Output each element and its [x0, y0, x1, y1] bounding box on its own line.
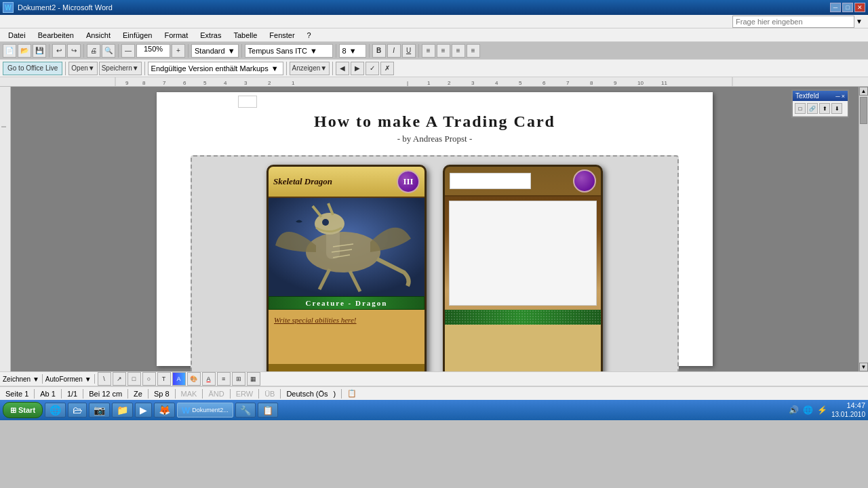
align-right-button[interactable]: ≡: [452, 44, 465, 58]
redo-button[interactable]: ↪: [67, 44, 81, 58]
textfeld-minimize[interactable]: ─: [835, 93, 840, 100]
go-to-office-live-button[interactable]: Go to Office Live: [3, 62, 62, 75]
track-prev-button[interactable]: ◀: [336, 62, 349, 75]
zoom-input[interactable]: 150%: [136, 44, 170, 58]
maximize-button[interactable]: □: [842, 3, 853, 12]
svg-text:6: 6: [542, 80, 546, 86]
svg-text:3: 3: [244, 80, 248, 86]
word-icon: W: [182, 405, 190, 415]
draw-arrow-button[interactable]: ↗: [113, 372, 126, 386]
draw-rect-button[interactable]: □: [127, 372, 141, 386]
menu-datei[interactable]: Datei: [3, 30, 31, 41]
doc-version-dropdown[interactable]: Endgültige Version enthält Markups ▼: [148, 62, 283, 75]
status-bar: Seite 1 Ab 1 1/1 Bei 12 cm Ze Sp 8 MAK Ä…: [0, 386, 868, 400]
toolbar-2: Go to Office Live Open ▼ Speichern ▼ End…: [0, 60, 868, 77]
italic-button[interactable]: I: [387, 44, 401, 58]
track-next-button[interactable]: ▶: [351, 62, 364, 75]
taskbar-explorer[interactable]: 🗁: [68, 403, 87, 418]
preview-button[interactable]: 🔍: [102, 44, 115, 58]
status-mak: MAK: [178, 390, 200, 398]
menu-ansicht[interactable]: Ansicht: [81, 30, 116, 41]
menu-bearbeiten[interactable]: Bearbeiten: [33, 30, 79, 41]
textfeld-panel[interactable]: Textfeld ─ × □ 🔗 ⬆ ⬇: [791, 89, 849, 118]
draw-icon-2[interactable]: ▦: [247, 372, 260, 386]
align-center-button[interactable]: ≡: [437, 44, 450, 58]
draw-more-button[interactable]: ≡: [217, 372, 231, 386]
menu-format[interactable]: Format: [159, 30, 193, 41]
tf-icon-1[interactable]: □: [795, 103, 806, 114]
bold-button[interactable]: B: [372, 44, 386, 58]
textfeld-close[interactable]: ×: [842, 93, 845, 100]
svg-rect-0: [0, 77, 868, 87]
save-btn-2[interactable]: Speichern ▼: [99, 62, 142, 75]
card-text-area[interactable]: Write special abilities here!: [269, 310, 425, 364]
draw-fill-button[interactable]: 🎨: [187, 372, 201, 386]
tf-icon-2[interactable]: 🔗: [807, 103, 818, 114]
tray-icon-1: 🔊: [789, 405, 799, 415]
open-button[interactable]: 📂: [18, 44, 31, 58]
dragon-svg: [269, 198, 425, 296]
textfeld-header: Textfeld ─ ×: [793, 91, 848, 101]
close-button[interactable]: ✕: [854, 3, 865, 12]
textfeld-title: Textfeld: [795, 92, 818, 100]
show-btn[interactable]: Anzeigen ▼: [290, 62, 330, 75]
svg-text:2: 2: [448, 80, 451, 86]
undo-button[interactable]: ↩: [52, 44, 66, 58]
draw-line-button[interactable]: \: [98, 372, 111, 386]
draw-fontcolor-button[interactable]: A: [202, 372, 216, 386]
minimize-button[interactable]: ─: [830, 3, 841, 12]
open-btn-2[interactable]: Open ▼: [68, 62, 97, 75]
vertical-scrollbar[interactable]: ▲ ▼: [859, 87, 868, 371]
menu-help[interactable]: ?: [302, 30, 317, 41]
view-dropdown[interactable]: Standard ▼: [191, 44, 239, 58]
sep-11: [286, 62, 287, 75]
card-type-bar: Creature - Dragon: [269, 296, 425, 310]
menu-fenster[interactable]: Fenster: [264, 30, 300, 41]
taskbar-folder[interactable]: 📁: [112, 403, 133, 418]
card-text-area-right[interactable]: [445, 325, 601, 371]
menu-einfuegen[interactable]: Einfügen: [117, 30, 157, 41]
taskbar-word[interactable]: W Dokument2...: [177, 403, 233, 418]
new-button[interactable]: 📄: [3, 44, 16, 58]
accept-button[interactable]: ✓: [366, 62, 379, 75]
tf-icon-3[interactable]: ⬆: [819, 103, 830, 114]
menu-extras[interactable]: Extras: [195, 30, 226, 41]
size-dropdown[interactable]: 8 ▼: [339, 44, 366, 58]
taskbar-firefox[interactable]: 🦊: [154, 403, 175, 418]
help-search-input[interactable]: [732, 16, 854, 28]
menu-tabelle[interactable]: Tabelle: [228, 30, 262, 41]
draw-icon-1[interactable]: ⊞: [232, 372, 245, 386]
view-dropdown-arrow: ▼: [228, 47, 235, 55]
reject-button[interactable]: ✗: [380, 62, 394, 75]
taskbar-ie[interactable]: 🌐: [45, 403, 66, 418]
taskbar-media[interactable]: ▶: [135, 403, 152, 418]
save-button[interactable]: 💾: [33, 44, 46, 58]
taskbar-tool1[interactable]: 🔧: [235, 403, 256, 418]
scroll-thumb[interactable]: [860, 97, 867, 124]
svg-text:8: 8: [590, 80, 593, 86]
toolbar-1: 📄 📂 💾 ↩ ↪ 🖨 🔍 — 150% + Standard ▼ Tempus…: [0, 42, 868, 60]
scroll-down-button[interactable]: ▼: [859, 363, 868, 371]
status-lang-end: ): [331, 390, 339, 398]
scroll-up-button[interactable]: ▲: [859, 87, 868, 96]
status-fraction: 1/1: [64, 390, 80, 398]
card-skeletal-dragon[interactable]: Skeletal Dragon III: [267, 165, 427, 371]
start-button[interactable]: ⊞ Start: [3, 402, 43, 418]
underline-button[interactable]: U: [402, 44, 416, 58]
zoom-in-button[interactable]: +: [172, 44, 185, 58]
draw-oval-button[interactable]: ○: [142, 372, 156, 386]
zoom-out-button[interactable]: —: [121, 44, 135, 58]
taskbar-tool2[interactable]: 📋: [258, 403, 278, 418]
card-template[interactable]: Artwork|: [443, 165, 603, 371]
tf-icon-4[interactable]: ⬇: [831, 103, 842, 114]
draw-wordart-button[interactable]: A: [172, 372, 186, 386]
taskbar-camera[interactable]: 📷: [89, 403, 110, 418]
draw-textbox-button[interactable]: T: [157, 372, 171, 386]
print-button[interactable]: 🖨: [87, 44, 100, 58]
card-header-right: [445, 167, 601, 197]
align-left-button[interactable]: ≡: [422, 44, 435, 58]
status-icon: 📋: [344, 389, 359, 398]
font-dropdown[interactable]: Tempus Sans ITC ▼: [245, 44, 333, 58]
justify-button[interactable]: ≡: [467, 44, 480, 58]
document-title: How to make A Trading Card: [191, 113, 679, 131]
